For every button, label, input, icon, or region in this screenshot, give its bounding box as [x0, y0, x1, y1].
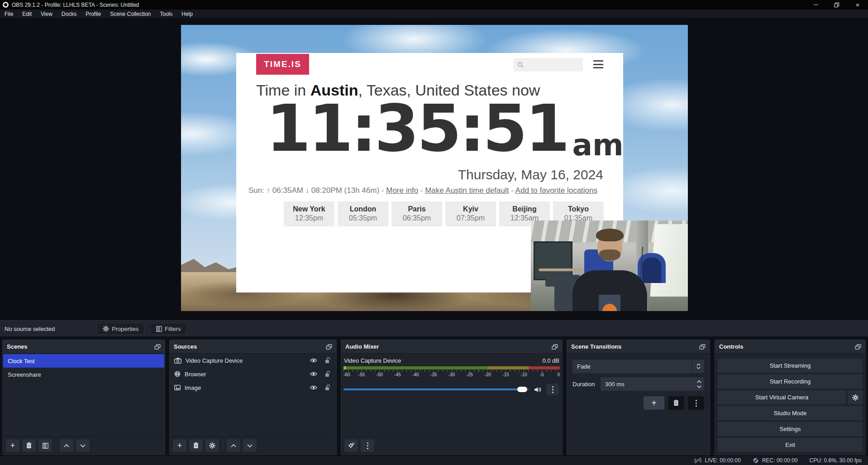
studio-mode-button[interactable]: Studio Mode — [718, 406, 863, 420]
restore-icon — [834, 2, 839, 8]
scene-item-clock-test[interactable]: Clock Test — [3, 354, 164, 368]
filters-button[interactable]: Filters — [150, 323, 186, 335]
lock-toggle[interactable] — [323, 369, 333, 379]
eye-icon — [310, 358, 317, 363]
lock-toggle[interactable] — [323, 383, 333, 393]
chevron-down-icon — [247, 444, 253, 447]
add-scene-button[interactable]: + — [6, 439, 19, 452]
popout-icon — [326, 344, 332, 350]
minimize-button[interactable] — [806, 0, 826, 10]
duration-spinner[interactable] — [697, 377, 701, 391]
scene-filters-button[interactable] — [38, 439, 52, 452]
source-up-button[interactable] — [227, 439, 240, 452]
sources-panel: Sources Video Capture Device Browser Ima… — [169, 340, 337, 455]
source-row-browser[interactable]: Browser — [170, 367, 336, 381]
add-transition-button[interactable]: + — [644, 396, 664, 410]
person-beard — [599, 249, 620, 261]
obs-logo-icon — [3, 2, 9, 8]
kebab-menu-icon — [367, 441, 368, 450]
remove-scene-button[interactable] — [22, 439, 36, 452]
visibility-toggle[interactable] — [309, 369, 319, 379]
popout-icon — [855, 344, 861, 350]
stream-inactive-icon — [694, 457, 701, 464]
controls-header: Controls — [715, 340, 865, 354]
more-info-link: More info — [386, 186, 418, 195]
menu-file[interactable]: File — [0, 10, 18, 18]
add-source-button[interactable]: + — [173, 439, 186, 452]
source-properties-button[interactable] — [205, 439, 219, 452]
popout-icon — [154, 344, 161, 350]
no-source-status: No source selected — [5, 321, 55, 337]
exit-button[interactable]: Exit — [718, 438, 863, 452]
docks-area: Scenes Clock Test Screenshare + — [0, 340, 868, 456]
visibility-toggle[interactable] — [309, 383, 319, 393]
trash-icon — [193, 442, 199, 449]
timeis-clock: 11:35:51 am — [266, 96, 624, 161]
audio-mixer-title: Audio Mixer — [345, 343, 379, 350]
person-hair — [596, 229, 624, 241]
office-table — [539, 268, 582, 271]
scene-item-screenshare[interactable]: Screenshare — [3, 368, 164, 381]
world-clock-new-york: New York12:35pm — [284, 201, 334, 226]
scene-down-button[interactable] — [76, 439, 90, 452]
lock-toggle[interactable] — [323, 355, 333, 365]
volume-slider-handle[interactable] — [517, 387, 527, 392]
popout-icon — [552, 344, 558, 350]
speaker-icon[interactable] — [534, 387, 542, 393]
virtual-camera-config-button[interactable] — [848, 390, 863, 404]
live-status: LIVE: 00:00:00 — [694, 457, 740, 464]
transition-select[interactable]: Fade — [572, 360, 704, 373]
combo-spinner[interactable] — [692, 360, 704, 373]
scene-transitions-header: Scene Transitions — [567, 340, 710, 354]
toolbar-separator — [56, 441, 56, 450]
menu-profile[interactable]: Profile — [81, 10, 105, 18]
meter-scale: -60-55-50-45-40-35-30-25-20-15-10-50 — [343, 372, 560, 378]
remove-transition-button[interactable] — [668, 396, 684, 410]
channel-menu-button[interactable] — [546, 384, 559, 395]
clock-ampm: am — [572, 129, 623, 161]
menu-tools[interactable]: Tools — [155, 10, 177, 18]
menu-help[interactable]: Help — [177, 10, 197, 18]
title-bar: OBS 29.1.2 - Profile: LLHLS BETA - Scene… — [0, 0, 868, 10]
mixer-menu-button[interactable] — [361, 439, 374, 452]
source-row-image[interactable]: Image — [170, 381, 336, 394]
world-clock-london: London05:35pm — [338, 201, 388, 226]
remove-source-button[interactable] — [189, 439, 203, 452]
source-down-button[interactable] — [243, 439, 257, 452]
rec-status: REC: 00:00:00 — [753, 457, 798, 464]
chevron-up-icon — [231, 444, 236, 447]
make-default-link: Make Austin time default — [425, 186, 509, 195]
preview-canvas[interactable]: TIME.IS Time in Austin, Texas, United St… — [181, 25, 688, 311]
scene-up-button[interactable] — [60, 439, 73, 452]
unlock-icon — [325, 357, 330, 364]
properties-button[interactable]: Properties — [97, 323, 144, 335]
source-row-video-capture[interactable]: Video Capture Device — [170, 354, 336, 367]
menu-edit[interactable]: Edit — [18, 10, 36, 18]
menu-view[interactable]: View — [36, 10, 57, 18]
double-gear-icon — [348, 442, 355, 449]
start-virtual-camera-button[interactable]: Start Virtual Camera — [718, 390, 846, 404]
start-recording-button[interactable]: Start Recording — [718, 374, 863, 388]
advanced-audio-button[interactable] — [344, 439, 358, 452]
volume-slider[interactable] — [343, 388, 529, 390]
close-button[interactable]: × — [847, 0, 868, 10]
start-streaming-button[interactable]: Start Streaming — [718, 359, 863, 373]
meter-tickmarks — [343, 370, 560, 372]
mixer-channel: Video Capture Device 0.0 dB -60-55-50-45… — [341, 354, 562, 395]
minimize-icon — [814, 5, 818, 5]
menu-scene-collection[interactable]: Scene Collection — [105, 10, 155, 18]
visibility-toggle[interactable] — [309, 355, 319, 365]
chevron-down-icon — [80, 444, 86, 447]
globe-icon — [174, 371, 181, 377]
restore-button[interactable] — [826, 0, 847, 10]
duration-input[interactable]: 300 ms — [601, 377, 704, 391]
sources-panel-header: Sources — [170, 340, 336, 354]
clock-digits: 11:35:51 — [266, 96, 568, 161]
trash-icon — [673, 400, 679, 406]
timeis-logo: TIME.IS — [256, 54, 309, 75]
transition-menu-button[interactable] — [688, 396, 704, 410]
menu-docks[interactable]: Docks — [57, 10, 81, 18]
image-icon — [174, 385, 181, 390]
scenes-toolbar: + — [3, 436, 164, 454]
settings-button[interactable]: Settings — [718, 422, 863, 436]
